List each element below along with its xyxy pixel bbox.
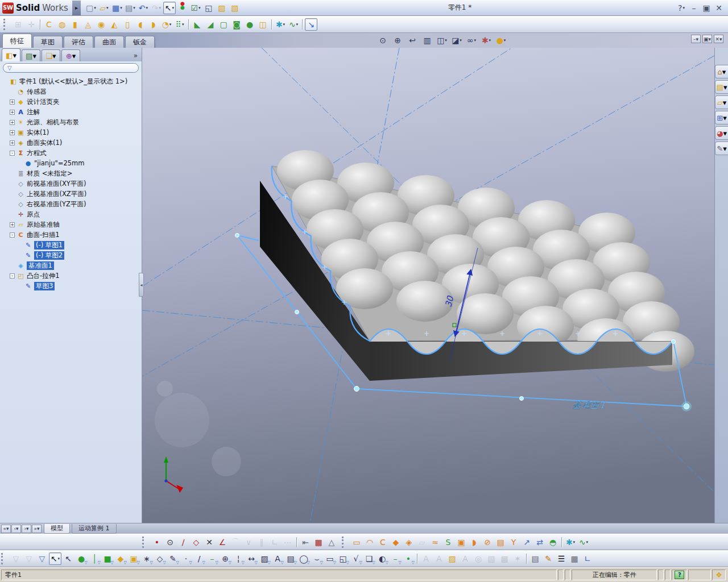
line-style-button[interactable]: ▦▾: [568, 552, 581, 565]
revolved-surface-button[interactable]: ◠▾: [363, 536, 376, 548]
dropdown-arrow-icon[interactable]: ▾: [489, 38, 491, 43]
configurationmanager-tab[interactable]: ❏▾: [42, 49, 60, 61]
tree-item-label[interactable]: 前视基准面(XY平面): [27, 180, 86, 188]
tree-item-design-binder[interactable]: + ◆ 设计活页夹: [1, 97, 142, 107]
plane-label[interactable]: 基准面1: [572, 400, 606, 410]
tree-item-sketch2[interactable]: ✎ (-) 草图2: [1, 250, 142, 260]
tree-expander-icon[interactable]: +: [10, 130, 15, 135]
auto-balloon-button[interactable]: ▧▾: [485, 552, 498, 565]
filter-hatches-button[interactable]: ▨▽▾: [258, 552, 271, 565]
boundary-boss-button[interactable]: ◬▾: [82, 18, 94, 31]
appearances-button[interactable]: ◕▾: [715, 126, 728, 140]
note-button[interactable]: A▾: [420, 552, 432, 565]
tree-expander-icon[interactable]: +: [10, 120, 15, 125]
select-all-filters-button[interactable]: ▽▾: [36, 552, 48, 565]
dropdown-arrow-icon[interactable]: ▾: [120, 6, 122, 10]
rebuild-button[interactable]: ●▾: [176, 2, 189, 14]
toolbar-drag-handle[interactable]: [342, 537, 345, 548]
tree-item-annotations[interactable]: + A 注解: [1, 107, 142, 117]
tree-item-sketch1[interactable]: ✎ (-) 草图1: [1, 240, 142, 250]
filter-surface-finish-button[interactable]: √▽▾: [350, 552, 362, 565]
propertymanager-tab[interactable]: ▤▾: [22, 49, 40, 61]
dropdown-arrow-icon[interactable]: ▾: [198, 6, 201, 10]
dropdown-arrow-icon[interactable]: ▾: [94, 6, 96, 10]
tree-item-label[interactable]: 凸台-拉伸1: [27, 272, 59, 280]
print-button[interactable]: ▤▾: [124, 2, 136, 14]
tree-item-label[interactable]: 基准面1: [27, 261, 54, 270]
linear-pattern-button[interactable]: ⠿▾: [173, 18, 186, 31]
sketch-chamfer-button[interactable]: ∨▾: [242, 536, 255, 548]
dome-button[interactable]: ●▾: [243, 18, 256, 31]
tree-expander-icon[interactable]: +: [10, 140, 15, 146]
edit-appearance-button[interactable]: ✱▾: [480, 34, 493, 47]
dropdown-arrow-icon[interactable]: ▾: [169, 22, 172, 27]
file-explorer-button[interactable]: ▱▾: [715, 95, 728, 109]
graphics-viewport[interactable]: 基准面1 30: [142, 48, 714, 523]
layer-properties-button[interactable]: ∟▾: [581, 552, 594, 565]
tree-item-label[interactable]: 实体(1): [27, 128, 49, 137]
dropdown-arrow-icon[interactable]: ▾: [172, 6, 175, 10]
filter-datums-button[interactable]: ◱▽▾: [337, 552, 349, 565]
filter-planes-button[interactable]: ◇▽▾: [154, 552, 166, 565]
format-painter-button[interactable]: A▾: [459, 552, 471, 565]
dropdown-arrow-icon[interactable]: ▾: [586, 540, 589, 544]
sketch-circle-button[interactable]: ⊙▾: [164, 536, 176, 548]
knit-surface-button[interactable]: S▾: [442, 536, 454, 548]
trim-surface-button[interactable]: ⇄▾: [533, 536, 546, 548]
surface-curves-button[interactable]: ∿▾: [577, 536, 590, 548]
clear-all-filters-button[interactable]: ▽▾: [23, 552, 35, 565]
filter-centerlines-button[interactable]: ¦▽▾: [232, 552, 245, 565]
shell-button[interactable]: ▢▾: [217, 18, 230, 31]
filter-axes-button[interactable]: ∗▽▾: [140, 552, 153, 565]
tree-item-reference-axes-folder[interactable]: + ▱ 原始基准轴: [1, 219, 142, 230]
tree-item-label[interactable]: 上视基准面(XZ平面): [27, 190, 86, 198]
solidworks-resources-button[interactable]: ⌂▾: [715, 65, 728, 78]
dock-first-button[interactable]: «▾: [1, 525, 11, 533]
tab-motion-study[interactable]: 运动算例 1: [72, 524, 117, 534]
dropdown-arrow-icon[interactable]: ▾: [573, 540, 576, 544]
select-arrow-button[interactable]: ↖▾: [163, 2, 176, 14]
filter-dimensions-button[interactable]: ↔▽▾: [245, 552, 258, 565]
view-palette-button[interactable]: ⊞▾: [715, 111, 728, 124]
dropdown-arrow-icon[interactable]: ▾: [504, 38, 506, 43]
help-button[interactable]: ?▾: [676, 3, 687, 13]
menu-expand-arrow[interactable]: ▸: [72, 1, 81, 15]
rib-button[interactable]: ◣▾: [191, 18, 204, 31]
delete-face-button[interactable]: ⊘▾: [481, 536, 494, 548]
tree-item-label[interactable]: 注解: [27, 108, 40, 117]
sketch-line-button[interactable]: /▾: [177, 536, 189, 548]
dropdown-arrow-icon[interactable]: ▾: [58, 556, 60, 561]
dropdown-arrow-icon[interactable]: ▾: [159, 6, 162, 10]
dropdown-arrow-icon[interactable]: ▾: [106, 6, 109, 10]
doc-close-button[interactable]: ✕▾: [714, 35, 723, 43]
tree-item-label[interactable]: 曲面实体(1): [27, 139, 62, 147]
design-library-button[interactable]: ▤▾: [715, 80, 728, 94]
dropdown-arrow-icon[interactable]: ▾: [460, 38, 462, 43]
open-part-folder-button[interactable]: ▨▾: [216, 2, 228, 14]
tab-model[interactable]: 模型: [44, 524, 70, 534]
extruded-boss-button[interactable]: ▮▾: [69, 18, 81, 31]
zoom-to-area-button[interactable]: ⊕▾: [391, 34, 404, 47]
filled-surface-button[interactable]: ◓▾: [547, 536, 559, 548]
tree-item-label[interactable]: 曲面-扫描1: [27, 231, 59, 239]
model-items-button[interactable]: ✶▾: [511, 552, 524, 565]
redo-button[interactable]: ↷▾: [150, 2, 163, 14]
filter-edges-button[interactable]: │▽▾: [88, 552, 101, 565]
tree-filter-input[interactable]: ▽: [3, 63, 139, 73]
swept-cut-button[interactable]: ◖▾: [134, 18, 147, 31]
filter-dowel-pins-button[interactable]: –▽▾: [389, 552, 402, 565]
section-view-button[interactable]: ▥▾: [421, 34, 433, 47]
fillet-button[interactable]: ◔▾: [160, 18, 173, 31]
select-other-button[interactable]: ↖▾: [62, 552, 75, 565]
minimize-button[interactable]: –▾: [688, 3, 700, 13]
options-button[interactable]: ☑▾: [189, 2, 202, 14]
tab-features[interactable]: 特征: [2, 34, 32, 48]
thicken-button[interactable]: ▣▾: [455, 536, 468, 548]
tab-sheet-metal[interactable]: 钣金: [125, 36, 155, 48]
lofted-boss-button[interactable]: ◭▾: [108, 18, 121, 31]
exploded-view-button[interactable]: ⊞▾: [12, 18, 24, 31]
dropdown-arrow-icon[interactable]: ▾: [146, 6, 148, 10]
tree-item-label[interactable]: 原始基准轴: [27, 221, 60, 229]
balloon-button[interactable]: ◎▾: [472, 552, 485, 565]
tree-item-label[interactable]: 传感器: [27, 88, 47, 96]
